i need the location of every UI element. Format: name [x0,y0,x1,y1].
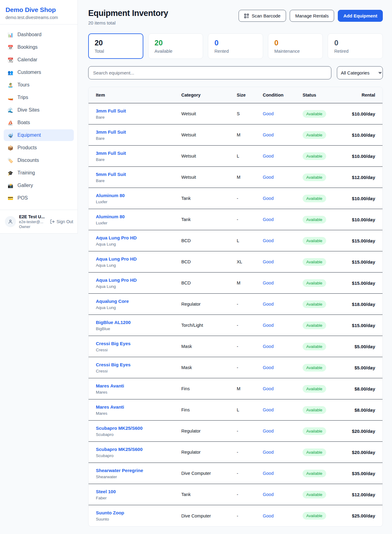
sidebar-item-tours[interactable]: 🏝️ Tours [4,79,74,91]
item-name-link[interactable]: Mares Avanti [96,404,181,410]
status-cell: Available [303,152,345,160]
rental-price: $12.00/day [345,175,375,180]
sidebar-item-label: Equipment [17,132,41,138]
wave-icon: 🌊 [7,108,13,113]
category-cell: Fins [181,386,237,391]
status-badge: Available [303,470,326,477]
item-name-link[interactable]: 3mm Full Suit [96,151,181,156]
item-name-link[interactable]: Cressi Big Eyes [96,341,181,346]
condition-link[interactable]: Good [263,365,303,370]
item-name-link[interactable]: Suunto Zoop [96,510,181,515]
sidebar-item-bookings[interactable]: 📅 Bookings [4,41,74,53]
size-cell: L [237,407,263,412]
item-name-link[interactable]: Scubapro MK25/S600 [96,425,181,431]
condition-link[interactable]: Good [263,175,303,180]
table-row: Aqualung Core Aqua Lung Regulator - Good… [89,294,383,315]
sidebar-item-pos[interactable]: 💳 POS [4,192,74,204]
item-name-link[interactable]: Aqua Lung Pro HD [96,277,181,283]
add-equipment-button[interactable]: Add Equipment [338,10,383,22]
item-name-link[interactable]: Steel 100 [96,489,181,494]
stat-card-total[interactable]: 20 Total [88,33,143,59]
status-badge: Available [303,258,326,266]
sidebar-item-gallery[interactable]: 📸 Gallery [4,180,74,191]
search-input[interactable] [88,66,331,79]
item-brand: Aqua Lung [96,305,181,310]
stat-card-maintenance[interactable]: 0 Maintenance [268,33,323,59]
item-brand: Mares [96,390,181,395]
condition-link[interactable]: Good [263,407,303,412]
item-name-link[interactable]: Aqua Lung Pro HD [96,256,181,261]
category-cell: Tank [181,217,237,222]
status-badge: Available [303,110,326,118]
item-name-link[interactable]: Aqualung Core [96,299,181,304]
tear-calendar-icon: 📆 [7,58,13,62]
item-name-link[interactable]: Mares Avanti [96,383,181,388]
status-badge: Available [303,385,326,393]
rental-price: $15.00/day [345,238,375,243]
sidebar-item-equipment[interactable]: 🤿 Equipment [4,129,74,141]
condition-link[interactable]: Good [263,344,303,349]
item-cell: Mares Avanti Mares [96,383,181,395]
stat-card-available[interactable]: 20 Available [148,33,203,59]
sidebar-item-label: Tours [17,82,29,88]
size-cell: - [237,471,263,476]
category-cell: BCD [181,238,237,243]
condition-link[interactable]: Good [263,450,303,455]
condition-link[interactable]: Good [263,196,303,201]
sidebar-item-trips[interactable]: 🚤 Trips [4,92,74,103]
sidebar-item-training[interactable]: 🎓 Training [4,167,74,179]
condition-link[interactable]: Good [263,238,303,243]
sidebar-item-boats[interactable]: ⛵ Boats [4,117,74,128]
item-name-link[interactable]: BigBlue AL1200 [96,320,181,325]
scan-barcode-button[interactable]: Scan Barcode [239,10,286,22]
sidebar-item-discounts[interactable]: 🏷️ Discounts [4,154,74,166]
condition-link[interactable]: Good [263,492,303,497]
condition-link[interactable]: Good [263,323,303,328]
condition-link[interactable]: Good [263,132,303,137]
item-name-link[interactable]: 3mm Full Suit [96,129,181,135]
sidebar-item-dashboard[interactable]: 📊 Dashboard [4,29,74,40]
sidebar-item-dive-sites[interactable]: 🌊 Dive Sites [4,104,74,116]
item-cell: Aqua Lung Pro HD Aqua Lung [96,235,181,246]
item-cell: 3mm Full Suit Bare [96,108,181,120]
condition-link[interactable]: Good [263,280,303,285]
manage-rentals-button[interactable]: Manage Rentals [290,10,334,22]
item-name-link[interactable]: Shearwater Peregrine [96,468,181,473]
package-icon: 📦 [7,146,13,150]
condition-link[interactable]: Good [263,302,303,307]
rental-price: $12.00/day [345,492,375,497]
condition-link[interactable]: Good [263,429,303,433]
status-cell: Available [303,512,345,520]
category-select[interactable]: All Categories [337,66,383,79]
sidebar-item-customers[interactable]: 👥 Customers [4,67,74,78]
item-name-link[interactable]: 3mm Full Suit [96,108,181,113]
stat-card-retired[interactable]: 0 Retired [328,33,383,59]
sidebar-item-products[interactable]: 📦 Products [4,142,74,154]
sidebar-item-calendar[interactable]: 📆 Calendar [4,54,74,66]
condition-link[interactable]: Good [263,154,303,158]
condition-link[interactable]: Good [263,217,303,222]
item-brand: Cressi [96,348,181,352]
sign-out-button[interactable]: Sign Out [50,219,73,224]
status-cell: Available [303,300,345,308]
item-name-link[interactable]: 5mm Full Suit [96,172,181,177]
status-badge: Available [303,300,326,308]
manage-rentals-label: Manage Rentals [295,13,329,18]
condition-link[interactable]: Good [263,111,303,116]
item-name-link[interactable]: Scubapro MK25/S600 [96,447,181,452]
sailboat-icon: ⛵ [7,120,13,125]
item-name-link[interactable]: Cressi Big Eyes [96,362,181,367]
condition-link[interactable]: Good [263,471,303,476]
item-name-link[interactable]: Aluminum 80 [96,214,181,219]
item-cell: Mares Avanti Mares [96,404,181,416]
item-name-link[interactable]: Aqua Lung Pro HD [96,235,181,240]
stat-label: Rented [214,49,257,54]
condition-link[interactable]: Good [263,259,303,264]
condition-link[interactable]: Good [263,513,303,518]
stat-card-rented[interactable]: 0 Rented [208,33,263,59]
condition-link[interactable]: Good [263,386,303,391]
table-row: BigBlue AL1200 BigBlue Torch/Light - Goo… [89,315,383,336]
item-cell: 5mm Full Suit Bare [96,172,181,183]
item-name-link[interactable]: Aluminum 80 [96,193,181,198]
rental-price: $10.00/day [345,154,375,159]
